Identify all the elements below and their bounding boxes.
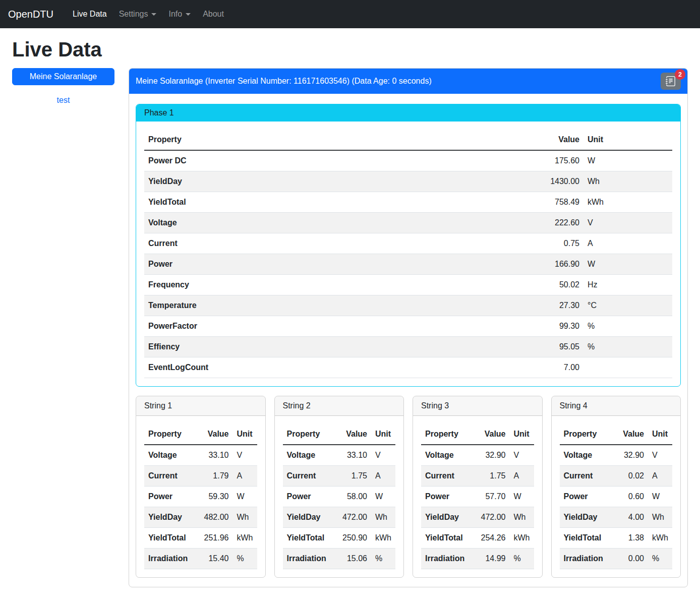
string-card-body: Property Value Unit	[413, 416, 542, 577]
string-card-title: String 3	[413, 396, 542, 416]
inverter-card-header: Meine Solaranlage (Inverter Serial Numbe…	[129, 69, 687, 94]
property-cell: Irradiation	[283, 549, 335, 569]
property-cell: Current	[421, 466, 474, 487]
property-cell: YieldDay	[560, 507, 612, 528]
table-row: Irradiation 15.06 %	[283, 549, 396, 569]
property-cell: Power DC	[144, 150, 523, 171]
inverter-select-button[interactable]: Meine Solaranlage	[12, 68, 114, 85]
nav-item-label: Settings	[119, 10, 148, 19]
string-card-body: Property Value Unit	[136, 416, 265, 577]
property-cell: Power	[144, 487, 197, 507]
value-cell: 57.70	[474, 487, 510, 507]
col-header-property: Property	[560, 424, 612, 445]
chevron-down-icon	[186, 13, 191, 16]
eventlog-button[interactable]: 2	[661, 73, 681, 90]
property-cell: Voltage	[421, 445, 474, 466]
value-cell: 1.75	[335, 466, 371, 487]
phase-card: Phase 1 Property Value Unit	[136, 104, 681, 387]
nav-item-info[interactable]: Info	[164, 6, 195, 23]
table-row: YieldDay 472.00 Wh	[283, 507, 396, 528]
table-header-row: Property Value Unit	[283, 424, 396, 445]
string-cards-row: String 1 Property Value Unit	[136, 396, 681, 578]
unit-cell: Wh	[233, 507, 257, 528]
phase-table: Property Value Unit Power DC	[144, 130, 672, 378]
inverter-card: Meine Solaranlage (Inverter Serial Numbe…	[129, 68, 688, 587]
value-cell: 0.75	[523, 233, 584, 254]
table-row: Irradiation 14.99 %	[421, 549, 534, 569]
table-row: Current 1.79 A	[144, 466, 257, 487]
inverter-link-test[interactable]: test	[12, 96, 114, 105]
table-row: YieldTotal 250.90 kWh	[283, 528, 396, 549]
table-row: Effiency 95.05 %	[144, 337, 672, 357]
nav-item-settings[interactable]: Settings	[115, 6, 161, 23]
value-cell: 59.30	[197, 487, 233, 507]
unit-cell: %	[584, 337, 672, 357]
property-cell: Effiency	[144, 337, 523, 357]
value-cell: 32.90	[612, 445, 648, 466]
brand-logo[interactable]: OpenDTU	[6, 9, 55, 20]
property-cell: Voltage	[144, 445, 197, 466]
table-row: YieldTotal 1.38 kWh	[560, 528, 673, 549]
property-cell: Voltage	[560, 445, 612, 466]
unit-cell: %	[648, 549, 672, 569]
phase-card-body: Property Value Unit Power DC	[136, 122, 680, 386]
table-row: Irradiation 15.40 %	[144, 549, 257, 569]
value-cell: 250.90	[335, 528, 371, 549]
table-header-row: Property Value Unit	[421, 424, 534, 445]
property-cell: YieldDay	[144, 171, 523, 192]
unit-cell: A	[584, 233, 672, 254]
nav-item-live-data[interactable]: Live Data	[69, 6, 111, 23]
page-title: Live Data	[12, 38, 688, 61]
value-cell: 166.90	[523, 254, 584, 275]
string-table: Property Value Unit	[560, 424, 673, 569]
property-cell: YieldDay	[144, 507, 197, 528]
value-cell: 33.10	[197, 445, 233, 466]
property-cell: YieldTotal	[144, 192, 523, 213]
value-cell: 99.30	[523, 316, 584, 337]
property-cell: Power	[560, 487, 612, 507]
unit-cell: A	[510, 466, 534, 487]
col-header-value: Value	[523, 130, 584, 150]
property-cell: Irradiation	[560, 549, 612, 569]
unit-cell: Wh	[584, 171, 672, 192]
value-cell: 758.49	[523, 192, 584, 213]
table-row: Temperature 27.30 °C	[144, 295, 672, 316]
property-cell: Voltage	[283, 445, 335, 466]
nav-item-about[interactable]: About	[199, 6, 228, 23]
unit-cell: °C	[584, 295, 672, 316]
unit-cell: V	[371, 445, 395, 466]
property-cell: Irradiation	[144, 549, 197, 569]
value-cell: 0.00	[612, 549, 648, 569]
value-cell: 472.00	[474, 507, 510, 528]
value-cell: 175.60	[523, 150, 584, 171]
table-row: YieldTotal 251.96 kWh	[144, 528, 257, 549]
value-cell: 4.00	[612, 507, 648, 528]
col-header-property: Property	[144, 424, 197, 445]
value-cell: 482.00	[197, 507, 233, 528]
unit-cell: W	[648, 487, 672, 507]
property-cell: Frequency	[144, 275, 523, 295]
unit-cell: W	[510, 487, 534, 507]
string-card: String 4 Property Value Unit	[551, 396, 681, 578]
table-row: Voltage 33.10 V	[144, 445, 257, 466]
unit-cell: kWh	[584, 192, 672, 213]
col-header-unit: Unit	[233, 424, 257, 445]
property-cell: YieldTotal	[421, 528, 474, 549]
table-row: PowerFactor 99.30 %	[144, 316, 672, 337]
table-row: Irradiation 0.00 %	[560, 549, 673, 569]
value-cell: 95.05	[523, 337, 584, 357]
col-header-unit: Unit	[648, 424, 672, 445]
col-header-value: Value	[197, 424, 233, 445]
table-row: Voltage 222.60 V	[144, 213, 672, 233]
property-cell: Power	[283, 487, 335, 507]
property-cell: Current	[283, 466, 335, 487]
unit-cell: Hz	[584, 275, 672, 295]
table-row: YieldDay 4.00 Wh	[560, 507, 673, 528]
table-row: Current 1.75 A	[283, 466, 396, 487]
value-cell: 472.00	[335, 507, 371, 528]
string-card-title: String 4	[552, 396, 681, 416]
unit-cell: V	[648, 445, 672, 466]
main-content: Meine Solaranlage (Inverter Serial Numbe…	[129, 68, 688, 587]
table-row: EventLogCount 7.00	[144, 357, 672, 378]
value-cell: 33.10	[335, 445, 371, 466]
